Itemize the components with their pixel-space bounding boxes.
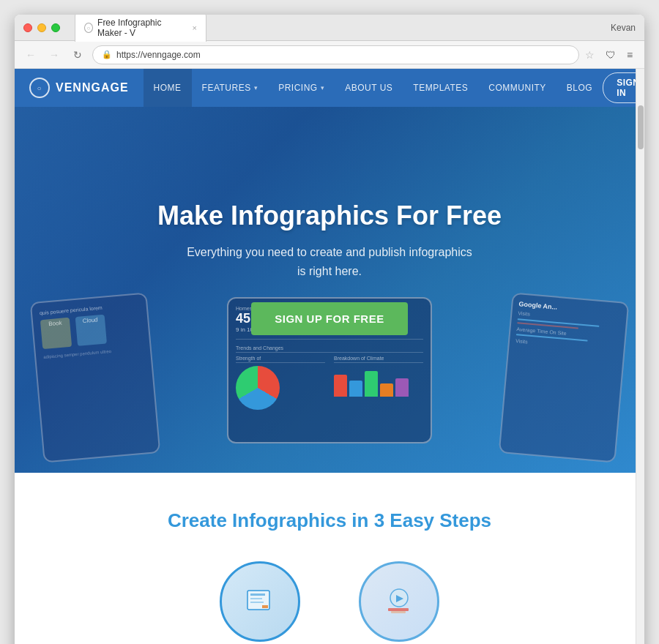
chart-visuals: Strength of Breakdown of Climate [236, 356, 423, 410]
refresh-button[interactable]: ↻ [69, 46, 86, 64]
tablet-left: quis posuere pericula lorem Book Cloud a… [30, 292, 161, 463]
steps-title: Create Infographics in 3 Easy Steps [44, 509, 615, 532]
nav-features-label: FEATURES [202, 83, 251, 93]
tablet-left-footer: adipiscing semper pendulum ultreo [43, 346, 143, 359]
hero-title: Make Infographics For Free [157, 201, 502, 231]
pie-chart [236, 366, 280, 410]
svg-rect-3 [250, 602, 264, 603]
logo-text: VENNGAGE [56, 81, 129, 94]
browser-window: ○ Free Infographic Maker - V × Kevan ← →… [15, 15, 644, 644]
bar-2 [349, 381, 362, 397]
logo-area[interactable]: ○ VENNGAGE [29, 78, 129, 98]
nav-templates[interactable]: TEMPLATES [403, 69, 478, 107]
hero-section: quis posuere pericula lorem Book Cloud a… [15, 107, 644, 473]
features-arrow: ▾ [254, 84, 258, 91]
tablet-left-content: quis posuere pericula lorem Book Cloud a… [31, 294, 151, 367]
profile-name: Kevan [611, 23, 636, 33]
bar-5 [395, 378, 409, 397]
nav-blog-label: BLOG [567, 83, 592, 93]
step-1-icon [242, 582, 278, 621]
nav-pricing[interactable]: PRICING ▾ [268, 69, 335, 107]
steps-section: Create Infographics in 3 Easy Steps [15, 473, 644, 644]
nav-home-label: HOME [154, 83, 182, 93]
bookmark-icon[interactable]: ☆ [585, 49, 595, 61]
cta-button[interactable]: SIGN UP FOR FREE [251, 302, 407, 335]
tab-favicon: ○ [84, 23, 93, 33]
nav-home[interactable]: HOME [144, 69, 192, 107]
tablet-right: Google An... Visits Average Time On Site… [499, 292, 630, 463]
logo-icon: ○ [29, 78, 50, 98]
hero-content: Make Infographics For Free Everything yo… [157, 201, 502, 335]
svg-rect-8 [391, 611, 406, 613]
svg-rect-4 [262, 605, 268, 608]
bar-4 [380, 383, 393, 397]
nav-pricing-label: PRICING [278, 83, 318, 93]
bar-chart [334, 367, 423, 397]
nav-templates-label: TEMPLATES [413, 83, 468, 93]
close-button[interactable] [23, 23, 32, 32]
cloud-icon-box: Cloud [75, 315, 107, 346]
scrollbar-thumb[interactable] [638, 105, 644, 149]
nav-about[interactable]: ABOUT US [335, 69, 403, 107]
forward-button[interactable]: → [45, 46, 63, 64]
step-2-icon [381, 582, 417, 621]
nav-community-label: COMMUNITY [488, 83, 546, 93]
tab-bar: ○ Free Infographic Maker - V × [75, 15, 611, 42]
nav-blog[interactable]: BLOG [556, 69, 603, 107]
site-nav: ○ VENNGAGE HOME FEATURES ▾ PRICING ▾ [15, 69, 644, 107]
browser-body: ○ VENNGAGE HOME FEATURES ▾ PRICING ▾ [15, 69, 644, 644]
tablet-right-content: Google An... Visits Average Time On Site… [509, 294, 628, 359]
back-button[interactable]: ← [22, 46, 40, 64]
breakdown-chart: Breakdown of Climate [334, 356, 423, 410]
tab-close-button[interactable]: × [193, 23, 197, 32]
maximize-button[interactable] [51, 23, 60, 32]
address-bar: ← → ↻ 🔒 https://venngage.com ☆ 🛡 ≡ [15, 41, 644, 69]
nav-links: HOME FEATURES ▾ PRICING ▾ ABOUT US TEMPL [144, 69, 603, 107]
browser-icons: 🛡 ≡ [603, 48, 637, 62]
menu-icon[interactable]: ≡ [622, 48, 637, 62]
pricing-arrow: ▾ [321, 84, 325, 91]
svg-rect-2 [250, 598, 262, 599]
browser-tab[interactable]: ○ Free Infographic Maker - V × [75, 15, 206, 42]
website: ○ VENNGAGE HOME FEATURES ▾ PRICING ▾ [15, 69, 644, 644]
steps-row [44, 561, 615, 642]
url-bar[interactable]: 🔒 https://venngage.com [92, 45, 579, 64]
tablet-left-icons: Book Cloud [40, 311, 142, 349]
tab-title: Free Infographic Maker - V [97, 18, 185, 38]
book-icon-box: Book [40, 318, 72, 349]
step-2 [359, 561, 439, 642]
nav-features[interactable]: FEATURES ▾ [192, 69, 269, 107]
title-bar: ○ Free Infographic Maker - V × Kevan [15, 15, 644, 41]
bar-3 [365, 371, 378, 397]
chart-section: Trends and Changes Strength of Breakdown… [236, 339, 423, 410]
nav-about-label: ABOUT US [345, 83, 392, 93]
svg-rect-1 [250, 594, 265, 596]
step-1 [220, 561, 300, 642]
url-text: https://venngage.com [116, 50, 570, 60]
nav-community[interactable]: COMMUNITY [478, 69, 556, 107]
hero-subtitle: Everything you need to create and publis… [157, 243, 502, 280]
shield-icon[interactable]: 🛡 [603, 48, 618, 62]
trends-chart: Strength of [236, 356, 325, 410]
traffic-lights [23, 23, 60, 32]
step-2-circle [359, 561, 439, 642]
minimize-button[interactable] [37, 23, 46, 32]
svg-rect-7 [388, 608, 409, 611]
lock-icon: 🔒 [102, 50, 112, 59]
scrollbar[interactable] [636, 69, 644, 644]
bar-1 [334, 375, 347, 397]
step-1-circle [220, 561, 300, 642]
